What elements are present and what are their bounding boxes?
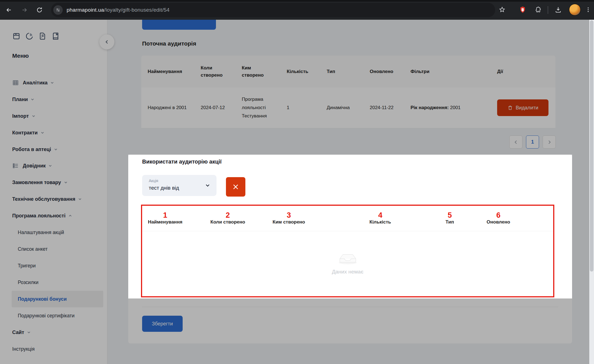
annotation-number: 1 (163, 212, 167, 219)
file-text-icon[interactable] (38, 32, 47, 40)
cell-type: Динамічна (327, 104, 370, 112)
chevron-right-icon (547, 140, 552, 144)
address-bar[interactable]: pharmapoint.ua/loyalty/gift-bonuses/edit… (51, 3, 495, 17)
extensions-menu-button[interactable] (533, 5, 543, 14)
annotated-col: 1Найменування (148, 212, 210, 225)
chevron-down-icon (64, 180, 68, 184)
close-icon (232, 183, 239, 190)
chevron-down-icon (205, 183, 210, 188)
sidebar-subitem-triggers[interactable]: Тригери (0, 257, 107, 274)
annotated-col: 4Кількість (369, 212, 446, 225)
cell-count: 1 (287, 104, 327, 112)
annotated-col: 6Оновлено (487, 212, 553, 225)
col-header: Дії (497, 68, 555, 75)
sidebar-item-maintenance[interactable]: Технічне обслуговування (0, 191, 107, 207)
empty-state-text: Даних немає (332, 269, 364, 275)
browser-back-button[interactable] (4, 5, 14, 15)
card-divider (142, 307, 558, 307)
delete-audience-button[interactable]: Видалити (497, 99, 548, 116)
page-scrollbar[interactable] (589, 20, 594, 364)
chevron-down-icon (32, 114, 36, 118)
forward-arrow-icon (21, 7, 28, 13)
cell-name: Народжені в 2001 (141, 104, 201, 112)
sidebar-item-directory[interactable]: Довідник (0, 157, 107, 174)
sidebar-item-label: Сайт (12, 330, 24, 335)
bookmark-star-icon[interactable] (497, 5, 507, 14)
sidebar-item-plans[interactable]: Плани (0, 91, 107, 108)
profile-avatar[interactable] (569, 4, 581, 16)
clear-selection-button[interactable] (226, 177, 245, 197)
downloads-button[interactable] (553, 5, 563, 14)
sidebar-subitem-questionnaires[interactable]: Список анкет (0, 241, 107, 257)
sidebar-item-import[interactable]: Імпорт (0, 108, 107, 124)
sidebar-subitem-label: Подарункові сертифікати (18, 313, 75, 319)
sidebar-subitem-gift-certificates[interactable]: Подарункові сертифікати (0, 307, 107, 324)
browser-reload-button[interactable] (34, 5, 44, 15)
chevron-down-icon (54, 147, 58, 151)
browser-top-strip (0, 0, 594, 2)
use-audience-title: Використати аудиторію акції (142, 159, 222, 165)
puzzle-icon (535, 6, 542, 13)
sidebar-item-contracts[interactable]: Контракти (0, 124, 107, 141)
annotated-col: 2Коли створено (210, 212, 273, 225)
promo-select-label: Акція (149, 179, 158, 183)
sidebar-item-analytics[interactable]: Аналітика (0, 74, 107, 91)
annotated-audience-table: 1Найменування 2Коли створено 3Ким створе… (141, 205, 554, 297)
pagination-page-1[interactable]: 1 (526, 135, 539, 149)
sidebar-item-label: Замовлення товару (12, 180, 61, 185)
chevron-left-icon (514, 140, 518, 144)
site-settings-icon[interactable] (53, 5, 63, 15)
annotation-number: 5 (448, 212, 452, 219)
download-icon (555, 6, 562, 13)
page-number: 1 (531, 139, 534, 145)
col-header: Ким створено (242, 64, 287, 79)
save-button[interactable]: Зберегти (142, 316, 183, 332)
sidebar-collapse-button[interactable] (99, 34, 114, 49)
pie-chart-icon[interactable] (25, 32, 34, 40)
top-cut-button[interactable] (142, 20, 216, 30)
sidebar-top-icons (12, 32, 60, 40)
cell-filters: Рік народження: 2001 (411, 104, 497, 112)
annotated-table-header: 1Найменування 2Коли створено 3Ким створе… (142, 206, 553, 231)
cell-actions: Видалити (497, 99, 555, 116)
url-text: pharmapoint.ua/loyalty/gift-bonuses/edit… (67, 7, 170, 13)
sidebar-subitem-promo-settings[interactable]: Налаштування акцій (0, 224, 107, 241)
sidebar: Меню Аналітика Плани Імпорт Контракти Ро… (0, 20, 107, 364)
scrollbar-thumb[interactable] (590, 20, 593, 272)
annotation-number: 4 (378, 212, 382, 219)
current-audience-table-row: Народжені в 2001 2024-07-12 Програма лоя… (141, 87, 555, 128)
extension-adblock-icon[interactable] (518, 5, 527, 14)
book-icon[interactable] (51, 32, 60, 40)
sidebar-subitem-gift-bonuses[interactable]: Подарункові бонуси (0, 291, 107, 307)
sidebar-item-label: Контракти (12, 130, 38, 136)
current-audience-title: Поточна аудиторія (142, 40, 196, 47)
chevron-down-icon (31, 97, 34, 101)
browser-menu-button[interactable] (583, 5, 593, 14)
sidebar-item-label: Інструкція (12, 346, 35, 352)
sidebar-subitem-mailings[interactable]: Розсилки (0, 274, 107, 291)
sidebar-item-loyalty-program[interactable]: Програма лояльності (0, 207, 107, 224)
sidebar-item-label: Робота в аптеці (12, 147, 51, 152)
url-path: /loyalty/gift-bonuses/edit/54 (104, 7, 170, 13)
sidebar-subitem-label: Налаштування акцій (18, 230, 64, 235)
save-button-label: Зберегти (152, 321, 173, 327)
menu-title: Меню (12, 52, 29, 59)
reload-icon (36, 7, 43, 13)
sidebar-item-site[interactable]: Сайт (0, 324, 107, 341)
col-header: Коли створено (201, 64, 242, 79)
sidebar-item-instruction[interactable]: Інструкція (0, 341, 107, 357)
promo-select[interactable]: Акція тест днів від (142, 175, 217, 196)
annotated-col: 3Ким створено (273, 212, 369, 225)
table-grid-icon (12, 79, 19, 86)
sidebar-item-pharmacy-work[interactable]: Робота в аптеці (0, 141, 107, 158)
annotation-number: 2 (226, 212, 230, 219)
archive-icon[interactable] (12, 32, 21, 40)
sidebar-item-goods-order[interactable]: Замовлення товару (0, 174, 107, 191)
col-header: Фільтри (411, 68, 497, 75)
current-audience-table-header: Найменування Коли створено Ким створено … (141, 56, 555, 87)
pagination-next-button[interactable] (543, 135, 556, 149)
sidebar-subitem-label: Список анкет (18, 246, 48, 252)
browser-forward-button[interactable] (19, 5, 29, 15)
annotation-number: 6 (496, 212, 500, 219)
pagination-prev-button[interactable] (509, 135, 522, 149)
